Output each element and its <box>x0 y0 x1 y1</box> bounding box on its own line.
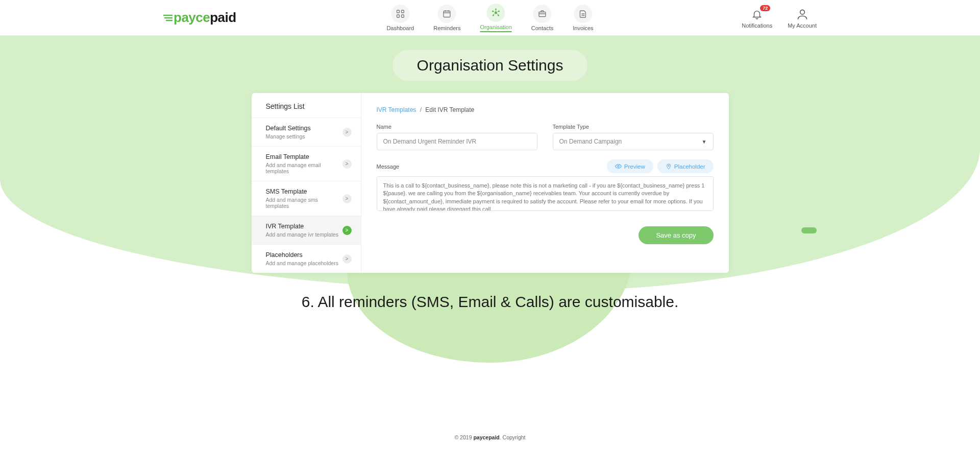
caret-down-icon: ▼ <box>702 139 707 145</box>
type-label: Template Type <box>553 124 714 130</box>
placeholder-button-label: Placeholder <box>674 163 705 170</box>
notifications-button[interactable]: 72 Notifications <box>742 7 772 29</box>
settings-card: Settings List Default Settings Manage se… <box>252 93 729 273</box>
nav-label: Organisation <box>480 24 511 30</box>
preview-button-label: Preview <box>624 163 645 170</box>
chevron-right-icon: > <box>342 194 352 203</box>
preview-button[interactable]: Preview <box>607 159 653 173</box>
sidebar-item-title: SMS Template <box>266 188 342 195</box>
sidebar-item-sub: Manage settings <box>266 133 342 139</box>
footer-pre: © 2019 <box>454 434 473 440</box>
briefcase-icon <box>533 5 552 23</box>
nav-invoices[interactable]: Invoices <box>573 5 593 31</box>
sidebar-item-sub: Add and manage sms templates <box>266 197 342 209</box>
breadcrumb-current: Edit IVR Template <box>425 106 474 113</box>
template-type-select[interactable]: On Demand Campaign ▼ <box>553 133 714 150</box>
svg-rect-11 <box>539 12 546 16</box>
notifications-label: Notifications <box>742 22 772 29</box>
sidebar-item-placeholders[interactable]: Placeholders Add and manage placeholders… <box>252 244 361 273</box>
nav-label: Contacts <box>531 25 553 31</box>
user-icon <box>795 7 810 21</box>
svg-point-6 <box>495 8 497 10</box>
breadcrumb: IVR Templates / Edit IVR Template <box>377 106 714 113</box>
svg-rect-1 <box>401 10 404 13</box>
placeholder-button[interactable]: Placeholder <box>657 159 714 173</box>
sidebar-item-title: Email Template <box>266 153 342 160</box>
breadcrumb-separator: / <box>420 106 422 113</box>
chevron-right-icon: > <box>342 159 352 169</box>
footer: © 2019 paycepaid. Copyright <box>0 434 980 445</box>
calendar-icon <box>438 5 456 23</box>
svg-rect-0 <box>397 10 399 13</box>
svg-point-14 <box>668 165 670 167</box>
footer-post: . Copyright <box>500 434 526 440</box>
sidebar-item-sub: Add and manage placeholders <box>266 260 342 266</box>
svg-point-12 <box>800 10 804 14</box>
sidebar-item-sub: Add and manage ivr templates <box>266 231 342 238</box>
logo-text-black: paid <box>210 10 236 25</box>
svg-rect-4 <box>444 11 450 17</box>
dashboard-icon <box>391 5 409 23</box>
settings-sidebar: Settings List Default Settings Manage se… <box>252 93 361 273</box>
main-nav: Dashboard Reminders Organisation Contact… <box>386 4 593 32</box>
svg-point-13 <box>618 166 619 167</box>
footer-brand: paycepaid <box>473 434 499 440</box>
account-label: My Account <box>788 22 817 29</box>
page-title: Organisation Settings <box>393 50 588 81</box>
name-label: Name <box>377 124 537 130</box>
chevron-right-icon: > <box>342 226 352 235</box>
chevron-right-icon: > <box>342 254 352 264</box>
logo[interactable]: paycepaid <box>163 10 236 26</box>
logo-lines-icon <box>163 14 173 21</box>
sidebar-item-sub: Add and manage email templates <box>266 162 342 174</box>
nav-reminders[interactable]: Reminders <box>433 5 460 31</box>
app-header: paycepaid Dashboard Reminders Organisati… <box>0 0 980 36</box>
svg-rect-2 <box>397 15 399 17</box>
header-right: 72 Notifications My Account <box>742 7 817 29</box>
chevron-right-icon: > <box>342 128 352 137</box>
logo-text-green: payce <box>174 10 210 25</box>
nav-contacts[interactable]: Contacts <box>531 5 553 31</box>
bg-accent <box>801 227 817 233</box>
nav-label: Invoices <box>573 25 593 31</box>
nav-organisation[interactable]: Organisation <box>480 4 511 32</box>
network-icon <box>487 4 505 22</box>
sidebar-item-email-template[interactable]: Email Template Add and manage email temp… <box>252 146 361 181</box>
nav-dashboard[interactable]: Dashboard <box>386 5 414 31</box>
sidebar-item-default-settings[interactable]: Default Settings Manage settings > <box>252 118 361 146</box>
main-area: Organisation Settings Settings List Defa… <box>0 36 980 363</box>
notifications-badge: 72 <box>760 5 770 11</box>
save-as-copy-button[interactable]: Save as copy <box>639 226 713 244</box>
svg-point-5 <box>495 11 497 14</box>
message-textarea[interactable] <box>377 176 714 211</box>
svg-rect-3 <box>401 15 404 17</box>
name-input[interactable] <box>377 133 537 150</box>
nav-label: Dashboard <box>386 25 414 31</box>
sidebar-header: Settings List <box>252 93 361 118</box>
breadcrumb-link[interactable]: IVR Templates <box>377 106 416 113</box>
sidebar-item-title: Default Settings <box>266 125 342 132</box>
pin-icon <box>666 163 672 170</box>
sidebar-item-title: Placeholders <box>266 251 342 259</box>
message-label: Message <box>377 163 400 170</box>
sidebar-item-title: IVR Template <box>266 223 342 230</box>
select-value: On Demand Campaign <box>559 138 622 145</box>
document-icon <box>574 5 592 23</box>
eye-icon <box>615 163 622 170</box>
step-caption: 6. All reminders (SMS, Email & Calls) ar… <box>0 293 980 311</box>
nav-label: Reminders <box>433 25 460 31</box>
sidebar-item-ivr-template[interactable]: IVR Template Add and manage ivr template… <box>252 216 361 244</box>
settings-content: IVR Templates / Edit IVR Template Name T… <box>361 93 729 273</box>
sidebar-item-sms-template[interactable]: SMS Template Add and manage sms template… <box>252 181 361 216</box>
account-button[interactable]: My Account <box>788 7 817 29</box>
